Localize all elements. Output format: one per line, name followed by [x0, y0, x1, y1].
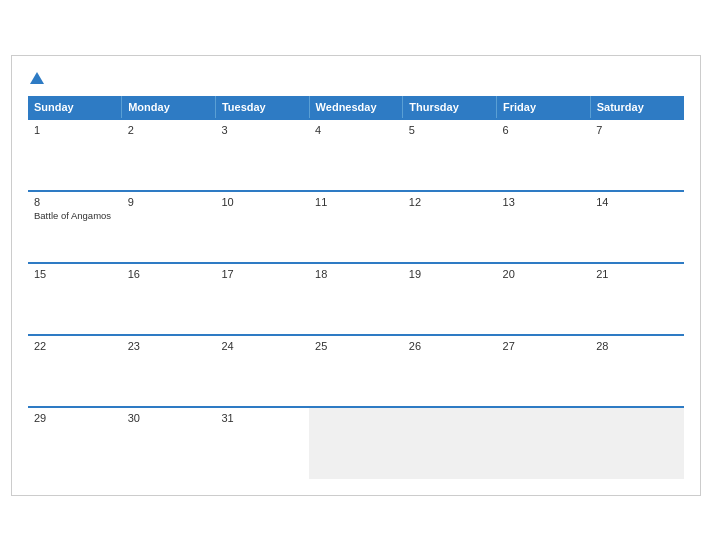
day-number: 26 — [409, 340, 491, 352]
day-number: 30 — [128, 412, 210, 424]
day-number: 27 — [503, 340, 585, 352]
week-row-3: 15161718192021 — [28, 263, 684, 335]
day-number: 21 — [596, 268, 678, 280]
day-number: 28 — [596, 340, 678, 352]
weekday-header-tuesday: Tuesday — [215, 96, 309, 119]
day-number: 18 — [315, 268, 397, 280]
day-number: 8 — [34, 196, 116, 208]
weekday-header-friday: Friday — [497, 96, 591, 119]
day-cell: 30 — [122, 407, 216, 479]
weekday-header-saturday: Saturday — [590, 96, 684, 119]
day-number: 2 — [128, 124, 210, 136]
logo — [28, 68, 44, 86]
week-row-2: 8Battle of Angamos91011121314 — [28, 191, 684, 263]
day-cell — [403, 407, 497, 479]
weekday-header-row: SundayMondayTuesdayWednesdayThursdayFrid… — [28, 96, 684, 119]
day-number: 11 — [315, 196, 397, 208]
day-cell: 19 — [403, 263, 497, 335]
day-number: 17 — [221, 268, 303, 280]
week-row-5: 293031 — [28, 407, 684, 479]
day-number: 14 — [596, 196, 678, 208]
day-cell: 23 — [122, 335, 216, 407]
day-cell: 27 — [497, 335, 591, 407]
day-cell: 4 — [309, 119, 403, 191]
day-number: 29 — [34, 412, 116, 424]
day-cell: 17 — [215, 263, 309, 335]
day-cell: 11 — [309, 191, 403, 263]
day-cell: 6 — [497, 119, 591, 191]
day-number: 3 — [221, 124, 303, 136]
day-cell: 26 — [403, 335, 497, 407]
day-cell: 12 — [403, 191, 497, 263]
week-row-1: 1234567 — [28, 119, 684, 191]
day-cell: 25 — [309, 335, 403, 407]
day-number: 16 — [128, 268, 210, 280]
day-number: 7 — [596, 124, 678, 136]
day-cell: 13 — [497, 191, 591, 263]
day-cell: 24 — [215, 335, 309, 407]
day-number: 10 — [221, 196, 303, 208]
day-number: 6 — [503, 124, 585, 136]
day-cell: 20 — [497, 263, 591, 335]
day-cell: 15 — [28, 263, 122, 335]
day-cell: 5 — [403, 119, 497, 191]
weekday-header-monday: Monday — [122, 96, 216, 119]
day-cell: 2 — [122, 119, 216, 191]
day-number: 4 — [315, 124, 397, 136]
calendar-container: SundayMondayTuesdayWednesdayThursdayFrid… — [11, 55, 701, 496]
day-cell: 18 — [309, 263, 403, 335]
day-cell: 31 — [215, 407, 309, 479]
logo-triangle-icon — [30, 72, 44, 84]
day-cell: 29 — [28, 407, 122, 479]
day-number: 25 — [315, 340, 397, 352]
calendar-header — [28, 68, 684, 86]
day-cell: 7 — [590, 119, 684, 191]
day-number: 12 — [409, 196, 491, 208]
day-number: 24 — [221, 340, 303, 352]
day-number: 31 — [221, 412, 303, 424]
day-number: 15 — [34, 268, 116, 280]
week-row-4: 22232425262728 — [28, 335, 684, 407]
day-number: 5 — [409, 124, 491, 136]
day-number: 20 — [503, 268, 585, 280]
day-cell: 21 — [590, 263, 684, 335]
weekday-header-sunday: Sunday — [28, 96, 122, 119]
day-number: 13 — [503, 196, 585, 208]
day-cell: 3 — [215, 119, 309, 191]
day-cell — [590, 407, 684, 479]
event-label: Battle of Angamos — [34, 210, 116, 221]
day-number: 23 — [128, 340, 210, 352]
day-cell — [497, 407, 591, 479]
day-cell — [309, 407, 403, 479]
day-cell: 1 — [28, 119, 122, 191]
day-cell: 10 — [215, 191, 309, 263]
weekday-header-wednesday: Wednesday — [309, 96, 403, 119]
day-cell: 16 — [122, 263, 216, 335]
day-number: 1 — [34, 124, 116, 136]
day-cell: 22 — [28, 335, 122, 407]
day-number: 22 — [34, 340, 116, 352]
day-number: 19 — [409, 268, 491, 280]
day-cell: 14 — [590, 191, 684, 263]
day-cell: 9 — [122, 191, 216, 263]
calendar-grid: SundayMondayTuesdayWednesdayThursdayFrid… — [28, 96, 684, 479]
day-cell: 8Battle of Angamos — [28, 191, 122, 263]
weekday-header-thursday: Thursday — [403, 96, 497, 119]
day-number: 9 — [128, 196, 210, 208]
day-cell: 28 — [590, 335, 684, 407]
